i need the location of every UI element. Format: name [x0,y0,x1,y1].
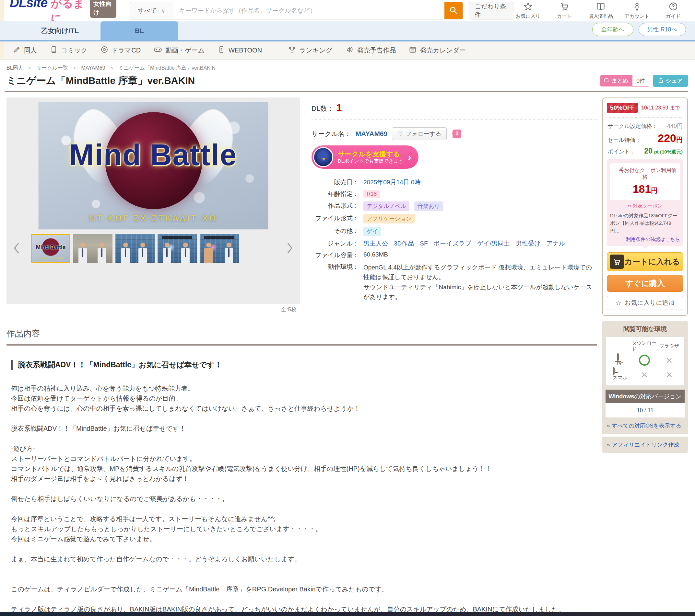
spec-table: 販売日： 2025年09月14日 0時 年齢指定： R18 作品形式： デジタル… [311,176,597,304]
other-tag[interactable]: ゲイ [363,227,381,236]
tab-bl[interactable]: BL [101,21,178,40]
smartphone-device: スマホ [613,368,628,381]
nav-item-calendar[interactable]: 発売カレンダー [409,46,466,55]
next-thumbnail-button[interactable] [284,242,295,255]
column-download: ダウンロード [632,340,657,352]
support-circle-button[interactable]: サークルを支援する DLポイントでも支援できます › [311,145,419,169]
unsupported-icon: × [666,369,673,380]
genre-link[interactable]: 男主人公 [363,240,388,247]
breadcrumb-separator: ＞ [27,65,32,71]
add-favorite-button[interactable]: ☆ お気に入りに追加 [607,296,683,310]
genre-link[interactable]: SF [420,240,427,247]
discount-deadline: 10/11 23:59 まで [641,105,680,111]
format-tag[interactable]: デジタルノベル [363,201,409,211]
coupon-terms-link[interactable]: 利用条件の確認はこちら [610,236,680,243]
favorites-button[interactable]: お気に入り [514,2,542,19]
calendar-icon [409,46,417,55]
logo-audience-badge: 女性向け [90,0,116,18]
search-button[interactable] [444,2,462,19]
breadcrumb-link[interactable]: BL同人 [6,65,23,71]
all-ages-button[interactable]: 全年齢へ [592,23,633,36]
format-tag[interactable]: 音楽あり [414,201,443,211]
thumbnail-2[interactable] [73,234,113,263]
circle-name-link[interactable]: MAYAM69 [355,130,387,138]
image-gallery: Mind Battle ΝΤ·ΚΩΓ ΖΧ·ΖΤΚΑΔΙΤ·ΧΩ Mind Ba… [6,98,300,304]
matome-button[interactable]: まとめ 0件 [600,75,649,87]
nav-label: ドラマCD [112,46,141,55]
tab-otome-tl[interactable]: 乙女向け/TL [19,22,101,40]
prev-thumbnail-button[interactable] [11,242,22,255]
show-all-os-link[interactable]: »すべての対応OSを表示する [606,422,684,429]
figure [78,243,87,263]
sale-price-value: 220 [658,132,676,144]
nav-item-comic[interactable]: コミック [50,46,87,55]
search-category-select[interactable]: すべて ∨ [130,2,173,19]
share-icon [658,77,663,85]
file-format-tag[interactable]: アプリケーション [363,214,415,224]
genre-link[interactable]: ボーイズラブ [434,240,471,247]
release-date-link[interactable]: 2025年09月14日 0時 [363,179,421,186]
favorites-label: お気に入り [516,13,540,19]
matome-icon [604,78,609,84]
base-price-label: サークル設定価格： [608,122,657,130]
purchased-button[interactable]: 購入済作品 [587,2,615,19]
follow-button[interactable]: ♡ フォローする [392,127,447,140]
breadcrumb-link[interactable]: MAYAM69 [81,65,105,71]
search-category-value: すべて [138,6,157,15]
product-info: DL数：1 サークル名： MAYAM69 ♡ フォローする 3 サークルを支援す… [300,98,597,304]
chevron-right-icon [286,250,293,255]
sale-price-label: セール特価： [608,136,641,144]
star-icon: ☆ [615,299,622,307]
nav-item-ranking[interactable]: ランキング [288,46,332,55]
thumbnail-1-selected[interactable]: Mind Battle ΝΤ·ΚΩΓ ΖΧ·ΖΤΚΑΔΙΤ [31,234,70,263]
thumbnail-5[interactable] [200,234,239,263]
thumbnail-strip: Mind Battle ΝΤ·ΚΩΓ ΖΧ·ΖΤΚΑΔΙΤ [6,234,300,263]
hero-runes-text: ΝΤ·ΚΩΓ ΖΧ·ΖΤΚΑΔΙΤ·ΧΩ [38,213,268,224]
genre-link[interactable]: ゲイ/男同士 [477,240,510,247]
account-button[interactable]: アカウント [623,2,651,19]
thumbnail-4[interactable] [157,234,197,263]
coupon-description: DLsiteの対象作品18%OFFクーポン【同人作品は税込2,749円… [610,212,680,234]
thumbnail-3[interactable] [115,234,155,263]
cart-icon [610,254,624,269]
add-to-cart-button[interactable]: カートに入れる [607,252,683,271]
search-input[interactable] [173,2,444,19]
guide-button[interactable]: ガイド [659,2,687,19]
smartphone-label: スマホ [613,375,628,381]
sale-price-row: セール特価： 220円 [608,133,683,144]
pc-device: PC [617,354,624,366]
share-button[interactable]: シェア [653,75,688,87]
genre-link[interactable]: 男性受け [516,240,540,247]
main-product-image[interactable]: Mind Battle ΝΤ·ΚΩΓ ΖΧ·ΖΤΚΑΔΙΤ·ΧΩ [38,102,268,230]
nav-item-upcoming[interactable]: 発売予告作品 [345,46,396,55]
spec-row-other: その他： ゲイ [311,225,597,238]
gallery-total: 全:5枚 [6,304,300,313]
gamepad-icon [154,46,162,55]
nav-item-dramacd[interactable]: ドラマCD [101,46,141,55]
point-suffix: pt (10%還元) [654,149,683,155]
breadcrumb-link[interactable]: サークル一覧 [36,65,68,71]
nav-item-webtoon[interactable]: WEBTOON [218,46,262,55]
spec-label: ファイル形式： [311,212,363,225]
thumbnail-image: Mind Battle ΝΤ·ΚΩΓ ΖΧ·ΖΤΚΑΔΙΤ [32,235,69,262]
genre-link[interactable]: アナル [546,240,565,247]
affiliate-section: »アフィリエイトリンク作成 [602,437,688,453]
advanced-search-button[interactable]: こだわり条件 [469,2,514,19]
circle-row: サークル名： MAYAM69 ♡ フォローする 3 [311,127,597,140]
age-tag[interactable]: R18 [363,190,380,198]
description-body: 俺は相手の精神に入り込み、心を奪う能力をもつ特殊能力者。 今回は依頼を受けてター… [11,384,597,616]
spec-label: 動作環境： [311,261,363,304]
buy-now-button[interactable]: すぐに購入 [607,275,683,292]
cart-button[interactable]: カート [550,2,578,19]
male-r18-button[interactable]: 男性 R18へ [639,23,686,36]
nav-item-game[interactable]: 動画・ゲーム [154,46,205,55]
coupon-box: 一番お得なクーポン利用価格 181円 ✂ 対象クーポン DLsiteの対象作品1… [607,159,683,246]
windows-version-heading: Windowsの対応バージョン [606,390,684,403]
nav-item-doujin[interactable]: 同人 [13,46,37,55]
supported-icon [639,355,650,366]
cart-icon [560,2,569,12]
spec-label: ファイル容量： [311,249,363,261]
affiliate-link[interactable]: »アフィリエイトリンク作成 [606,441,684,448]
genre-link[interactable]: 3D作品 [394,240,414,247]
title-row: ミニゲーム「MindBattle 序章」ver.BAKIN まとめ 0件 シェア [0,72,695,91]
